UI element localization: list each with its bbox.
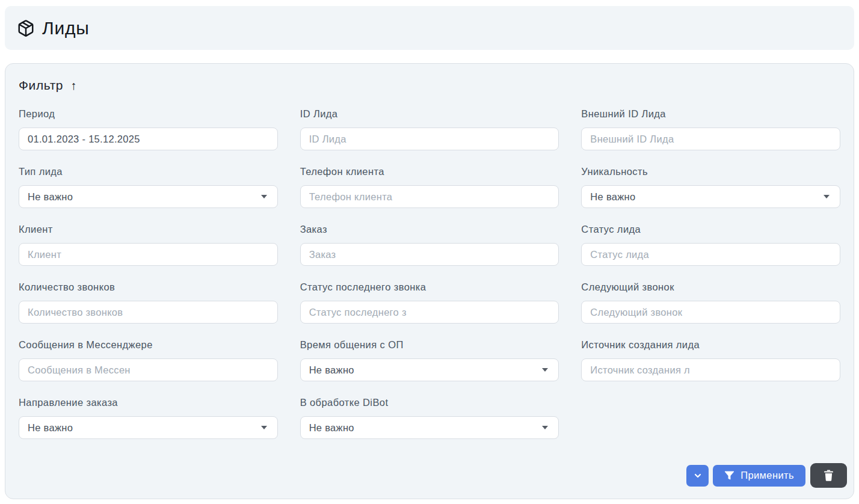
field-label: Количество звонков — [19, 281, 278, 293]
field-label: Сообщения в Мессенджере — [19, 339, 278, 351]
field-label: Внешний ID Лида — [581, 108, 840, 120]
filter-field: Статус последнего звонка — [300, 281, 559, 324]
filter-title: Фильтр — [19, 78, 63, 93]
select-value: Не важно — [309, 422, 354, 434]
filter-field: Уникальность Не важно — [581, 166, 840, 208]
field-label: Уникальность — [581, 166, 840, 177]
field-label: Заказ — [300, 224, 559, 235]
external-lead-id-input[interactable] — [581, 128, 840, 150]
lead-type-select[interactable]: Не важно — [19, 185, 278, 208]
field-label: Телефон клиента — [300, 166, 559, 177]
filter-field: Телефон клиента — [300, 166, 559, 208]
lead-id-input[interactable] — [300, 128, 559, 150]
filter-field: Период — [19, 108, 278, 150]
filter-field: Клиент — [19, 224, 278, 266]
filter-collapse-toggle[interactable]: Фильтр ↑ — [19, 78, 77, 93]
clear-filter-button[interactable] — [810, 463, 847, 488]
filter-actions: Применить — [686, 463, 847, 488]
field-label: Следующий звонок — [581, 281, 840, 293]
select-value: Не важно — [309, 364, 354, 376]
select-value: Не важно — [590, 191, 635, 203]
filter-field: Заказ — [300, 224, 559, 266]
field-label: Источник создания лида — [581, 339, 840, 351]
client-phone-input[interactable] — [300, 185, 559, 208]
filter-grid: Период ID Лида Внешний ID Лида Тип лида … — [13, 108, 846, 455]
op-communication-time-select[interactable]: Не важно — [300, 358, 559, 381]
order-input[interactable] — [300, 243, 559, 266]
filter-options-dropdown-button[interactable] — [686, 465, 709, 487]
field-label: Время общения с ОП — [300, 339, 559, 351]
field-label: ID Лида — [300, 108, 559, 120]
field-label: Период — [19, 108, 278, 120]
apply-filter-button[interactable]: Применить — [713, 465, 805, 487]
page-header: Лиды — [5, 6, 854, 50]
filter-field: Внешний ID Лида — [581, 108, 840, 150]
period-input[interactable] — [19, 128, 278, 150]
chevron-down-icon — [542, 426, 548, 429]
calls-count-input[interactable] — [19, 301, 278, 324]
chevron-down-icon — [261, 426, 267, 429]
select-value: Не важно — [28, 191, 73, 203]
select-value: Не важно — [28, 422, 73, 434]
uniqueness-select[interactable]: Не важно — [581, 185, 840, 208]
filter-funnel-icon — [724, 470, 734, 481]
filter-field: Время общения с ОП Не важно — [300, 339, 559, 381]
client-input[interactable] — [19, 243, 278, 266]
lead-creation-source-input[interactable] — [581, 358, 840, 381]
chevron-down-icon — [542, 368, 548, 372]
filter-field: Тип лида Не важно — [19, 166, 278, 208]
field-label: Клиент — [19, 224, 278, 235]
package-icon — [17, 19, 35, 37]
apply-button-label: Применить — [740, 470, 794, 481]
last-call-status-input[interactable] — [300, 301, 559, 324]
filter-field: Количество звонков — [19, 281, 278, 324]
field-label: Статус последнего звонка — [300, 281, 559, 293]
field-label: В обработке DiBot — [300, 397, 559, 408]
messenger-messages-input[interactable] — [19, 358, 278, 381]
field-label: Статус лида — [581, 224, 840, 235]
arrow-up-icon: ↑ — [70, 79, 77, 93]
lead-status-input[interactable] — [581, 243, 840, 266]
page-title: Лиды — [42, 18, 90, 38]
chevron-down-icon — [693, 471, 703, 481]
next-call-input[interactable] — [581, 301, 840, 324]
order-direction-select[interactable]: Не важно — [19, 416, 278, 439]
filter-field: Следующий звонок — [581, 281, 840, 324]
field-label: Тип лида — [19, 166, 278, 177]
trash-icon — [822, 469, 835, 482]
filter-field: Источник создания лида — [581, 339, 840, 381]
filter-field: В обработке DiBot Не важно — [300, 397, 559, 439]
field-label: Направление заказа — [19, 397, 278, 408]
filter-field: Сообщения в Мессенджере — [19, 339, 278, 381]
chevron-down-icon — [261, 195, 267, 198]
filter-field: Статус лида — [581, 224, 840, 266]
chevron-down-icon — [824, 195, 830, 198]
dibot-processing-select[interactable]: Не важно — [300, 416, 559, 439]
filter-field: Направление заказа Не важно — [19, 397, 278, 439]
filter-field: ID Лида — [300, 108, 559, 150]
filter-panel: Фильтр ↑ Период ID Лида Внешний ID Лида … — [5, 63, 854, 499]
